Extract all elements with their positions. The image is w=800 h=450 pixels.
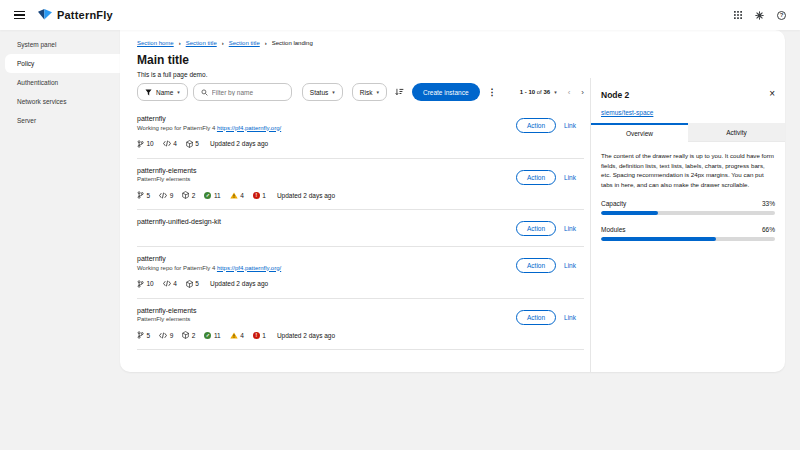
code-branch-icon bbox=[137, 331, 144, 339]
stat-cube: 5 bbox=[186, 280, 199, 288]
sidebar-item-label: Network services bbox=[17, 98, 66, 105]
risk-label: Risk bbox=[360, 89, 373, 96]
row-title: patternfly-unified-design-kit bbox=[137, 218, 221, 225]
stat-code-branch: 5 bbox=[137, 191, 150, 199]
link-button[interactable]: Link bbox=[564, 262, 576, 269]
row-stats: 592✓114!1Updated 2 days ago bbox=[137, 331, 335, 339]
content-card: Section home › Section title › Section t… bbox=[120, 30, 785, 372]
drawer-panel: Node 2 × siemus/test-space Overview Acti… bbox=[590, 78, 785, 372]
row-description-text: Working repo for PatternFly 4 bbox=[137, 265, 217, 271]
sidebar-item-policy[interactable]: Policy bbox=[5, 54, 120, 73]
action-button[interactable]: Action bbox=[516, 170, 556, 185]
name-filter-dropdown[interactable]: Name ▾ bbox=[137, 83, 188, 101]
help-icon[interactable]: ? bbox=[777, 11, 786, 20]
sort-amount-icon bbox=[395, 88, 404, 96]
row-description: Working repo for PatternFly 4 https://pf… bbox=[137, 125, 281, 131]
stat-code-branch: 10 bbox=[137, 140, 154, 148]
link-button[interactable]: Link bbox=[564, 225, 576, 232]
row-updated: Updated 2 days ago bbox=[210, 140, 268, 147]
sidebar: System panel Policy Authentication Netwo… bbox=[0, 30, 120, 450]
progress-bar bbox=[601, 237, 775, 241]
create-instance-button[interactable]: Create instance bbox=[412, 83, 480, 101]
action-button[interactable]: Action bbox=[516, 221, 556, 236]
row-description: Working repo for PatternFly 4 https://pf… bbox=[137, 265, 281, 271]
sidebar-item-system-panel[interactable]: System panel bbox=[5, 35, 120, 54]
menu-toggle-icon[interactable] bbox=[14, 11, 25, 20]
page-subtitle: This is a full page demo. bbox=[137, 71, 768, 78]
search-icon bbox=[201, 89, 208, 96]
row-actions: Action Link bbox=[516, 118, 576, 133]
sidebar-item-network-services[interactable]: Network services bbox=[5, 92, 120, 111]
search-box bbox=[193, 83, 292, 101]
action-button[interactable]: Action bbox=[516, 118, 556, 133]
caret-down-icon: ▾ bbox=[332, 89, 335, 95]
breadcrumb-link[interactable]: Section title bbox=[186, 40, 217, 46]
row-description-text: PatternFly elements bbox=[137, 316, 190, 322]
row-actions: Action Link bbox=[516, 310, 576, 325]
code-branch-icon bbox=[137, 280, 144, 288]
breadcrumb-link[interactable]: Section home bbox=[137, 40, 174, 46]
sort-button[interactable] bbox=[392, 88, 407, 96]
repo-list: patternfly Working repo for PatternFly 4… bbox=[137, 107, 584, 350]
caret-down-icon: ▾ bbox=[376, 89, 379, 95]
status-dropdown[interactable]: Status ▾ bbox=[302, 83, 343, 101]
pagination-prev-icon[interactable]: ‹ bbox=[568, 88, 571, 97]
row-stats: 1045Updated 2 days ago bbox=[137, 140, 281, 148]
pagination-next-icon[interactable]: › bbox=[581, 88, 584, 97]
link-button[interactable]: Link bbox=[564, 122, 576, 129]
app-launcher-icon[interactable] bbox=[734, 11, 742, 19]
masthead: PatternFly ? bbox=[0, 0, 800, 30]
progress-label: Capacity bbox=[601, 200, 626, 207]
cube-icon bbox=[186, 140, 193, 148]
risk-dropdown[interactable]: Risk ▾ bbox=[352, 83, 387, 101]
stat-cube: 2 bbox=[182, 331, 195, 339]
breadcrumb-link[interactable]: Section title bbox=[229, 40, 260, 46]
row-updated: Updated 2 days ago bbox=[277, 192, 335, 199]
code-icon bbox=[163, 140, 171, 147]
row-description-link[interactable]: https://pf4.patternfly.org/ bbox=[217, 125, 281, 131]
sidebar-item-authentication[interactable]: Authentication bbox=[5, 73, 120, 92]
warning-triangle-icon bbox=[230, 332, 238, 339]
list-row: patternfly Working repo for PatternFly 4… bbox=[137, 247, 584, 299]
row-title: patternfly-elements bbox=[137, 167, 335, 174]
breadcrumb-current: Section landing bbox=[272, 40, 313, 46]
link-button[interactable]: Link bbox=[564, 174, 576, 181]
sidebar-item-server[interactable]: Server bbox=[5, 111, 120, 130]
row-stats: 592✓114!1Updated 2 days ago bbox=[137, 191, 335, 199]
tab-activity[interactable]: Activity bbox=[688, 123, 785, 142]
warning-triangle-icon bbox=[230, 192, 238, 199]
toolbar-kebab-button[interactable]: ⋮ bbox=[485, 88, 500, 97]
sidebar-item-label: Authentication bbox=[17, 79, 58, 86]
pagination-summary[interactable]: 1 - 10 of 36 bbox=[520, 89, 550, 95]
main-section: Name ▾ Status ▾ Risk ▾ Creat bbox=[120, 78, 590, 372]
settings-gear-icon[interactable] bbox=[755, 11, 764, 20]
code-branch-icon bbox=[137, 191, 144, 199]
row-stats: 1045Updated 2 days ago bbox=[137, 280, 281, 288]
search-input[interactable] bbox=[212, 89, 284, 96]
row-description-text: Working repo for PatternFly 4 bbox=[137, 125, 217, 131]
action-button[interactable]: Action bbox=[516, 258, 556, 273]
name-filter-label: Name bbox=[156, 89, 173, 96]
status-label: Status bbox=[310, 89, 328, 96]
close-icon[interactable]: × bbox=[769, 90, 775, 98]
progress-value: 33% bbox=[762, 200, 775, 207]
action-button[interactable]: Action bbox=[516, 310, 556, 325]
row-main: patternfly-elements PatternFly elements … bbox=[137, 307, 335, 340]
list-row: patternfly-elements PatternFly elements … bbox=[137, 159, 584, 211]
drawer-space-link[interactable]: siemus/test-space bbox=[601, 109, 653, 116]
row-updated: Updated 2 days ago bbox=[277, 332, 335, 339]
link-button[interactable]: Link bbox=[564, 314, 576, 321]
sidebar-item-label: System panel bbox=[17, 41, 56, 48]
kebab-icon: ⋮ bbox=[488, 88, 497, 97]
stat-code: 9 bbox=[159, 192, 173, 199]
code-icon bbox=[163, 280, 171, 287]
tab-overview[interactable]: Overview bbox=[591, 123, 688, 142]
page-header: Section home › Section title › Section t… bbox=[120, 30, 785, 78]
code-icon bbox=[159, 192, 167, 199]
stat-check-circle: ✓11 bbox=[204, 192, 220, 199]
toolbar: Name ▾ Status ▾ Risk ▾ Creat bbox=[137, 83, 584, 101]
sidebar-item-label: Policy bbox=[17, 60, 34, 67]
row-description-link[interactable]: https://pf4.patternfly.org/ bbox=[217, 265, 281, 271]
row-title: patternfly-elements bbox=[137, 307, 335, 314]
check-circle-icon: ✓ bbox=[204, 192, 211, 199]
